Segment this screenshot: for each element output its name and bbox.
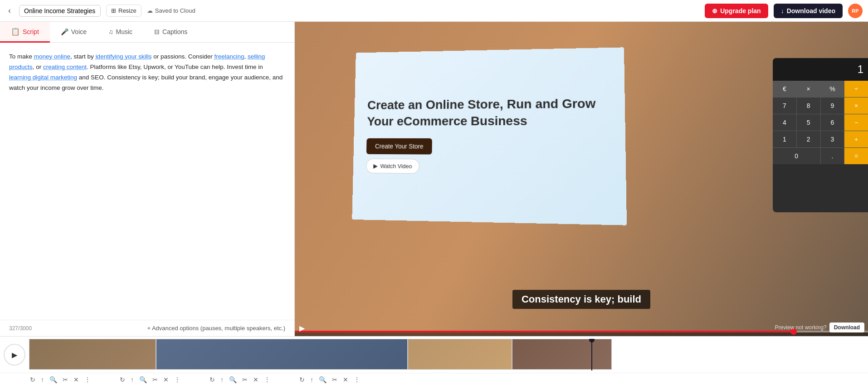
calc-grid: € × % ÷ 7 8 9 × 4 5 6 − 1 2 3 (773, 81, 868, 164)
subtitle-bar: Consistency is key; build (512, 290, 650, 309)
laptop-screen-text: Create an Online Store, Run and Grow You… (367, 95, 611, 129)
upload-icon-2[interactable]: ↑ (130, 375, 135, 384)
laptop-cta: Create Your Store ▶ Watch Video (366, 138, 611, 176)
video-controls: ▶ Preview not working? Download (295, 331, 868, 336)
clip-group-2 (156, 339, 408, 371)
mic-icon: 🎤 (61, 28, 68, 35)
refresh-icon-2[interactable]: ↻ (119, 375, 126, 384)
project-title-input[interactable] (19, 5, 101, 17)
close-icon-3[interactable]: ✕ (252, 375, 259, 384)
clip-3[interactable] (408, 339, 512, 370)
upgrade-plan-button[interactable]: ⊕ Upgrade plan (705, 4, 768, 18)
tab-captions[interactable]: ⊟ Captions (143, 22, 198, 43)
cut-icon-2[interactable]: ✂ (151, 375, 159, 384)
video-play-button[interactable]: ▶ (299, 324, 305, 332)
timeline-marker (591, 339, 592, 371)
zoom-icon-2[interactable]: 🔍 (138, 375, 148, 384)
cut-icon-4[interactable]: ✂ (331, 375, 338, 384)
right-panel: Create an Online Store, Run and Grow You… (295, 22, 868, 336)
main-area: 📋 Script 🎤 Voice ♫ Music ⊟ Captions To m… (0, 22, 868, 336)
preview-download-button[interactable]: Download (829, 322, 864, 332)
timeline-track: ▶ (0, 337, 868, 373)
resize-icon: ⊞ (111, 7, 116, 14)
script-footer: 327/3000 + Advanced options (pauses, mul… (0, 320, 294, 336)
laptop-watch-btn: ▶ Watch Video (366, 158, 419, 173)
clip-control-group-4: ↻ ↑ 🔍 ✂ ✕ ⋮ (298, 375, 361, 384)
tab-music[interactable]: ♫ Music (98, 22, 143, 43)
clip-controls-row: ↻ ↑ 🔍 ✂ ✕ ⋮ ↻ ↑ 🔍 ✂ ✕ ⋮ ↻ ↑ 🔍 ✂ ✕ ⋮ ↻ ↑ … (0, 373, 868, 386)
clip-1[interactable] (29, 339, 156, 370)
tabs-bar: 📋 Script 🎤 Voice ♫ Music ⊟ Captions (0, 22, 294, 43)
clip-control-group-3: ↻ ↑ 🔍 ✂ ✕ ⋮ (209, 375, 271, 384)
upload-icon-3[interactable]: ↑ (219, 375, 224, 384)
clip-4[interactable] (512, 339, 612, 370)
download-icon: ↓ (781, 7, 784, 15)
tab-script[interactable]: 📋 Script (0, 22, 50, 43)
script-text: To make money online, start by identifyi… (9, 52, 285, 93)
refresh-icon-4[interactable]: ↻ (298, 375, 306, 384)
preview-notice: Preview not working? Download (775, 322, 864, 332)
refresh-icon-1[interactable]: ↻ (29, 375, 36, 384)
laptop-screen: Create an Online Store, Run and Grow You… (352, 47, 627, 225)
close-icon-2[interactable]: ✕ (162, 375, 170, 384)
more-icon-2[interactable]: ⋮ (173, 375, 181, 384)
download-video-button[interactable]: ↓ Download video (774, 4, 843, 18)
cloud-icon: ☁ (147, 7, 153, 14)
close-icon-1[interactable]: ✕ (73, 375, 80, 384)
script-content[interactable]: To make money online, start by identifyi… (0, 43, 294, 320)
clip-group-3 (408, 339, 512, 371)
cloud-status: ☁ Saved to Cloud (147, 7, 195, 14)
video-background: Create an Online Store, Run and Grow You… (295, 22, 868, 336)
zoom-icon-1[interactable]: 🔍 (49, 375, 58, 384)
zoom-icon-4[interactable]: 🔍 (318, 375, 327, 384)
refresh-icon-3[interactable]: ↻ (209, 375, 216, 384)
advanced-options-button[interactable]: + Advanced options (pauses, multiple spe… (147, 325, 285, 332)
upload-icon-1[interactable]: ↑ (40, 375, 45, 384)
laptop-create-store-btn: Create Your Store (366, 138, 432, 155)
calculator-overlay: 1 € × % ÷ 7 8 9 × 4 5 6 − 1 (773, 58, 868, 212)
char-count: 327/3000 (9, 325, 32, 332)
cut-icon-1[interactable]: ✂ (62, 375, 69, 384)
tab-voice[interactable]: 🎤 Voice (50, 22, 98, 43)
progress-fill (295, 331, 794, 332)
calc-screen: 1 (773, 58, 868, 81)
clip-group-4 (512, 339, 612, 371)
timeline-area: ▶ ↻ ↑ 🔍 ✂ (0, 336, 868, 386)
upgrade-icon: ⊕ (712, 7, 717, 15)
avatar[interactable]: RP (848, 4, 863, 18)
captions-icon: ⊟ (154, 28, 160, 35)
play-circle-icon: ▶ (373, 162, 378, 169)
music-icon: ♫ (108, 28, 113, 35)
left-panel: 📋 Script 🎤 Voice ♫ Music ⊟ Captions To m… (0, 22, 295, 336)
clip-group-1 (29, 339, 156, 371)
laptop-heading: Create an Online Store, Run and Grow You… (367, 95, 611, 129)
more-icon-3[interactable]: ⋮ (263, 375, 271, 384)
zoom-icon-3[interactable]: 🔍 (228, 375, 238, 384)
script-icon: 📋 (11, 27, 20, 36)
close-icon-4[interactable]: ✕ (342, 375, 349, 384)
more-icon-1[interactable]: ⋮ (83, 375, 92, 384)
clip-control-group-1: ↻ ↑ 🔍 ✂ ✕ ⋮ (29, 375, 92, 384)
back-button[interactable]: ‹ (5, 4, 14, 17)
clip-control-group-2: ↻ ↑ 🔍 ✂ ✕ ⋮ (119, 375, 181, 384)
clip-2[interactable] (156, 339, 408, 370)
timeline-clips (29, 339, 868, 371)
timeline-play-button[interactable]: ▶ (4, 344, 25, 366)
cut-icon-3[interactable]: ✂ (241, 375, 249, 384)
more-icon-4[interactable]: ⋮ (353, 375, 361, 384)
video-container: Create an Online Store, Run and Grow You… (295, 22, 868, 336)
resize-button[interactable]: ⊞ Resize (106, 5, 141, 17)
upload-icon-4[interactable]: ↑ (309, 375, 314, 384)
top-bar: ‹ ⊞ Resize ☁ Saved to Cloud ⊕ Upgrade pl… (0, 0, 868, 22)
